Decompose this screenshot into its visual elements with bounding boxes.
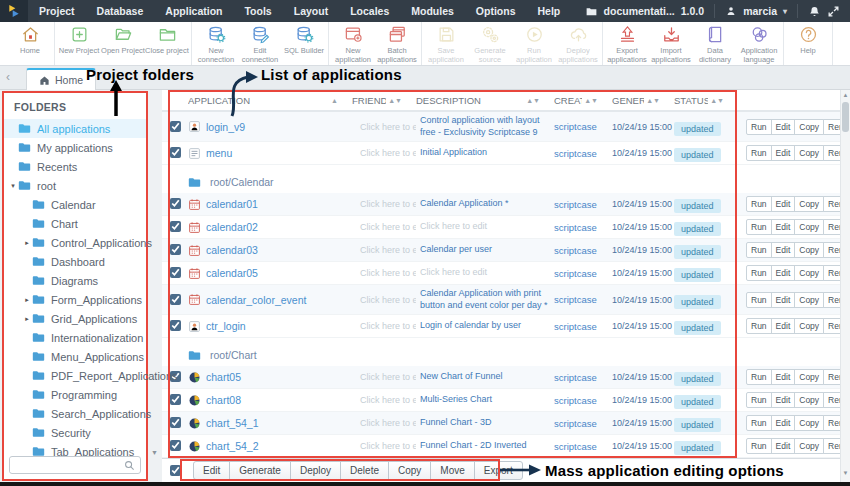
import-applications-button[interactable]: Import applications	[649, 22, 693, 65]
creator-link[interactable]: scriptcase	[554, 148, 612, 159]
row-edit-button[interactable]: Edit	[771, 292, 796, 308]
app-name-link[interactable]: menu	[206, 147, 352, 159]
mass-deploy-button[interactable]: Deploy	[290, 461, 341, 480]
tree-expand-icon[interactable]: ▸	[22, 296, 32, 304]
new-project-button[interactable]: New Project	[57, 22, 101, 65]
sort-both-icon[interactable]: ▲▼	[526, 97, 540, 104]
sidebar-item-pdf-report-applications[interactable]: PDF_Report_Applications	[4, 366, 146, 385]
scroll-down-icon[interactable]: ▼	[841, 470, 850, 476]
scriptcase-logo-icon[interactable]	[0, 0, 28, 22]
row-checkbox[interactable]	[170, 198, 181, 209]
row-copy-button[interactable]: Copy	[794, 415, 824, 431]
row-edit-button[interactable]: Edit	[771, 392, 796, 408]
row-checkbox[interactable]	[170, 147, 181, 158]
new-application-button[interactable]: New application	[331, 22, 375, 65]
app-name-link[interactable]: calendar05	[206, 267, 352, 279]
sidebar-item-diagrams[interactable]: Diagrams	[4, 271, 146, 290]
help-button[interactable]: Help	[786, 22, 830, 65]
menu-item-locales[interactable]: Locales	[339, 0, 400, 22]
row-edit-button[interactable]: Edit	[771, 219, 796, 235]
row-checkbox[interactable]	[170, 244, 181, 255]
edit-connection-button[interactable]: Edit connection	[238, 22, 282, 65]
row-checkbox[interactable]	[170, 294, 181, 305]
tree-expand-icon[interactable]: ▸	[22, 239, 32, 247]
close-project-button[interactable]: Close project	[145, 22, 189, 65]
creator-link[interactable]: scriptcase	[554, 222, 612, 233]
tab-scroll-left-icon[interactable]: ‹	[6, 70, 10, 84]
mass-copy-button[interactable]: Copy	[388, 461, 431, 480]
friendly-url-link[interactable]: Click here to edit	[352, 441, 416, 451]
folder-search-input[interactable]	[10, 458, 124, 472]
mass-move-button[interactable]: Move	[430, 461, 474, 480]
creator-link[interactable]: scriptcase	[554, 121, 612, 132]
friendly-url-link[interactable]: Click here to edit	[352, 148, 416, 158]
app-name-link[interactable]: chart_54_1	[206, 417, 352, 429]
app-description[interactable]: Calendar per user	[416, 244, 554, 255]
row-run-button[interactable]: Run	[746, 392, 772, 408]
sidebar-item-control-applications[interactable]: ▸Control_Applications	[4, 233, 146, 252]
sidebar-item-programming[interactable]: Programming	[4, 385, 146, 404]
sidebar-item-grid-applications[interactable]: ▸Grid_Applications	[4, 309, 146, 328]
sort-asc-icon[interactable]: ▲	[331, 97, 338, 104]
row-run-button[interactable]: Run	[746, 369, 772, 385]
row-checkbox[interactable]	[170, 221, 181, 232]
mass-generate-button[interactable]: Generate	[229, 461, 291, 480]
app-name-link[interactable]: ctr_login	[206, 320, 352, 332]
creator-link[interactable]: scriptcase	[554, 441, 612, 452]
scroll-up-icon[interactable]: ▲	[841, 92, 850, 98]
row-run-button[interactable]: Run	[746, 318, 772, 334]
open-project-button[interactable]: Open Project	[101, 22, 145, 65]
row-edit-button[interactable]: Edit	[771, 265, 796, 281]
app-description[interactable]: Click here to edit	[416, 267, 554, 278]
app-name-link[interactable]: chart08	[206, 394, 352, 406]
app-name-link[interactable]: chart_54_2	[206, 440, 352, 452]
row-edit-button[interactable]: Edit	[771, 119, 796, 135]
friendly-url-link[interactable]: Click here to edit	[352, 268, 416, 278]
friendly-url-link[interactable]: Click here to edit	[352, 321, 416, 331]
row-checkbox[interactable]	[170, 121, 181, 132]
column-header-generation[interactable]: GENERATION▲▼	[604, 90, 666, 110]
notifications-bell-icon[interactable]	[808, 5, 821, 18]
sidebar-item-form-applications[interactable]: ▸Form_Applications	[4, 290, 146, 309]
friendly-url-link[interactable]: Click here to edit	[352, 222, 416, 232]
row-run-button[interactable]: Run	[746, 265, 772, 281]
row-run-button[interactable]: Run	[746, 119, 772, 135]
application-language-button[interactable]: Application language	[737, 22, 781, 65]
sidebar-item-calendar[interactable]: Calendar	[4, 195, 146, 214]
app-name-link[interactable]: login_v9	[206, 121, 352, 133]
fullscreen-icon[interactable]	[827, 5, 840, 18]
app-description[interactable]: Calendar Application *	[416, 198, 554, 209]
row-edit-button[interactable]: Edit	[771, 438, 796, 454]
sort-both-icon[interactable]: ▲▼	[584, 97, 598, 104]
app-description[interactable]: New Chart of Funnel	[416, 371, 554, 382]
current-project-label[interactable]: documentati...	[604, 5, 675, 17]
sidebar-item-menu-applications[interactable]: Menu_Applications	[4, 347, 146, 366]
menu-item-modules[interactable]: Modules	[400, 0, 465, 22]
sidebar-item-internationalization[interactable]: Internationalization	[4, 328, 146, 347]
row-run-button[interactable]: Run	[746, 292, 772, 308]
row-copy-button[interactable]: Copy	[794, 145, 824, 161]
app-description[interactable]: Multi-Series Chart	[416, 394, 554, 405]
row-checkbox[interactable]	[170, 417, 181, 428]
friendly-url-link[interactable]: Click here to edit	[352, 199, 416, 209]
row-run-button[interactable]: Run	[746, 438, 772, 454]
friendly-url-link[interactable]: Click here to edit	[352, 122, 416, 132]
menu-item-options[interactable]: Options	[465, 0, 527, 22]
row-copy-button[interactable]: Copy	[794, 196, 824, 212]
row-run-button[interactable]: Run	[746, 242, 772, 258]
app-description[interactable]: Click here to edit	[416, 221, 554, 232]
sidebar-item-recents[interactable]: Recents	[4, 157, 146, 176]
friendly-url-link[interactable]: Click here to edit	[352, 295, 416, 305]
creator-link[interactable]: scriptcase	[554, 372, 612, 383]
sidebar-item-all-applications[interactable]: All applications	[4, 119, 146, 138]
friendly-url-link[interactable]: Click here to edit	[352, 418, 416, 428]
chevron-down-icon[interactable]: ▾	[783, 7, 787, 16]
sidebar-item-chart[interactable]: Chart	[4, 214, 146, 233]
row-edit-button[interactable]: Edit	[771, 369, 796, 385]
menu-item-help[interactable]: Help	[527, 0, 572, 22]
tree-expand-icon[interactable]: ▸	[22, 315, 32, 323]
creator-link[interactable]: scriptcase	[554, 294, 612, 305]
row-copy-button[interactable]: Copy	[794, 119, 824, 135]
mass-delete-button[interactable]: Delete	[340, 461, 389, 480]
column-header-friendly-url[interactable]: FRIENDLY URL▲▼	[344, 90, 408, 110]
